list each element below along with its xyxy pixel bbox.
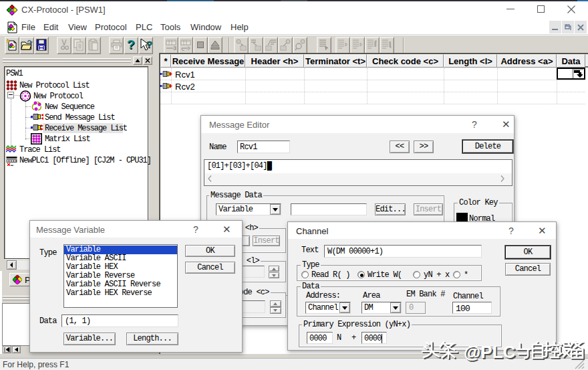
svg-text:?: ?: [146, 39, 152, 50]
svg-text:@PLC: @PLC: [464, 342, 516, 362]
